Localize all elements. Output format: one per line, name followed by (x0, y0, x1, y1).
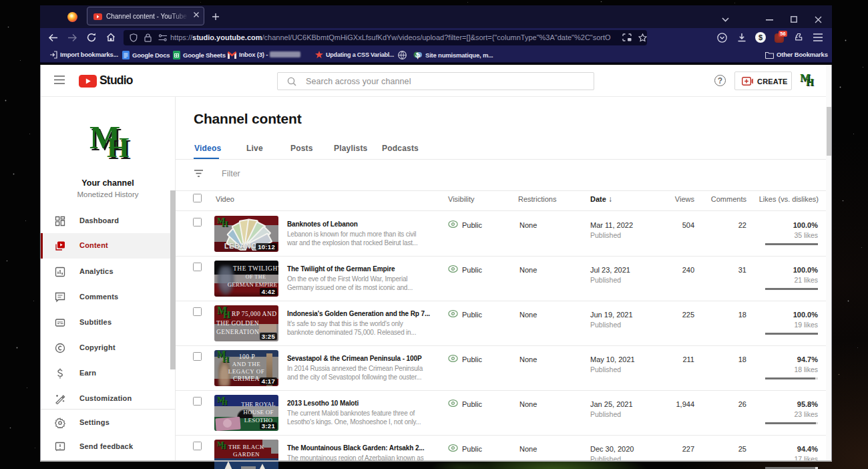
svg-text:ֆ: ֆ (415, 52, 421, 59)
